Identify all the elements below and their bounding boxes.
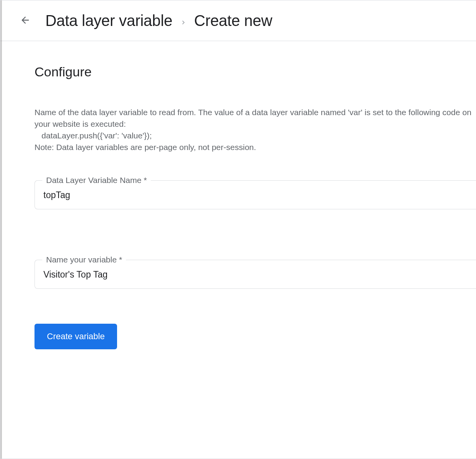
help-text-note: Note: Data layer variables are per-page … xyxy=(34,141,476,153)
arrow-left-icon xyxy=(20,15,31,27)
configure-section: Configure Name of the data layer variabl… xyxy=(0,41,476,365)
help-text-line: Name of the data layer variable to read … xyxy=(34,107,476,130)
help-text: Name of the data layer variable to read … xyxy=(34,107,476,153)
breadcrumb-item-parent[interactable]: Data layer variable xyxy=(45,12,172,29)
section-title: Configure xyxy=(34,64,476,79)
breadcrumb-item-current: Create new xyxy=(194,12,272,29)
button-label: Create variable xyxy=(47,331,105,341)
page-header: Data layer variable Create new xyxy=(0,0,476,41)
create-variable-button[interactable]: Create variable xyxy=(34,324,117,349)
field-label: Name your variable * xyxy=(42,255,126,264)
back-button[interactable] xyxy=(16,11,34,30)
data-layer-variable-name-field: Data Layer Variable Name * xyxy=(34,180,476,209)
field-label: Data Layer Variable Name * xyxy=(42,176,151,185)
breadcrumb: Data layer variable Create new xyxy=(45,12,272,29)
window-left-edge xyxy=(0,0,2,459)
help-text-code: dataLayer.push({'var': 'value'}); xyxy=(34,130,476,141)
chevron-right-icon xyxy=(179,18,187,28)
name-your-variable-field: Name your variable * xyxy=(34,260,476,289)
